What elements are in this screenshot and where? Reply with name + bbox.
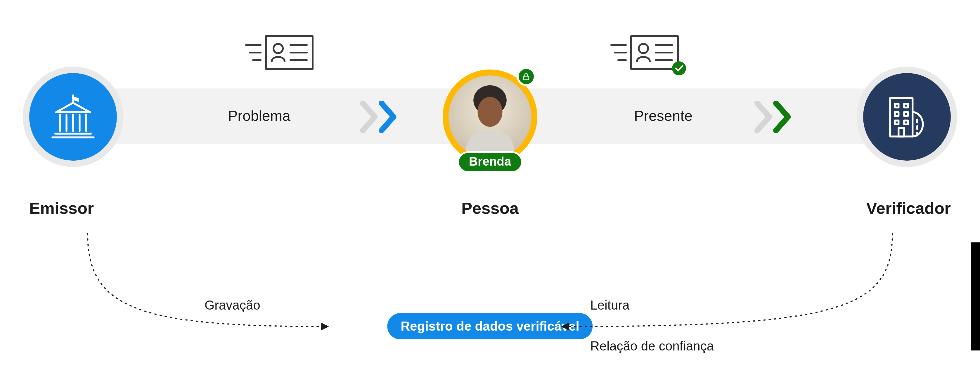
read-label: Leitura — [590, 298, 630, 313]
write-label: Gravação — [205, 298, 260, 313]
verifier-to-registry-connector — [0, 0, 980, 375]
edge-bar — [971, 242, 980, 350]
trust-label: Relação de confiança — [590, 339, 714, 353]
diagram-canvas: Brenda Emissor Pessoa Verificador Proble… — [0, 0, 980, 375]
